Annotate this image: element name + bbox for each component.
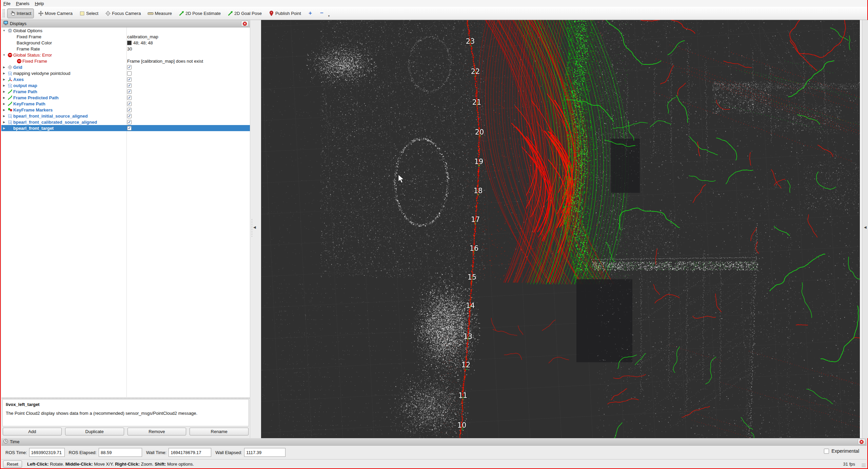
remove-button[interactable]: Remove (127, 428, 186, 435)
row-value-cell: ✓ (127, 119, 250, 125)
chevron-right-icon[interactable]: ▶ (1, 127, 7, 130)
row-label: Global Options (13, 28, 42, 33)
row-value-cell: calibration_map (127, 34, 250, 40)
hand-cursor-icon (10, 11, 16, 16)
chevron-right-icon[interactable]: ▶ (1, 121, 7, 124)
display-row-frame-rate[interactable]: Frame Rate30 (1, 46, 250, 52)
reset-button[interactable]: Reset (3, 461, 22, 468)
menu-item-file[interactable]: File (1, 1, 13, 6)
chevron-right-icon[interactable]: ▶ (1, 72, 7, 75)
remove-tool-button[interactable]: − (317, 8, 327, 19)
displays-tree: ▼Global OptionsFixed Framecalibration_ma… (1, 27, 250, 397)
display-row-bpearl-front-calibrated-source-aligned[interactable]: ▶bpearl_front_calibrated_source_aligned✓ (1, 119, 250, 125)
display-row-fixed-frame[interactable]: Fixed Framecalibration_map (1, 34, 250, 40)
collapse-left-icon[interactable]: ◀ (253, 225, 256, 229)
panel-splitter[interactable]: ◀ (250, 20, 261, 438)
green-arrow-icon (179, 11, 184, 16)
display-row-background-color[interactable]: Background Color48; 48; 48 (1, 40, 250, 46)
display-row-frame-path[interactable]: ▶Frame Path✓ (1, 88, 250, 95)
display-row-keyframe-path[interactable]: ▶KeyFrame Path✓ (1, 101, 250, 107)
displays-panel-header[interactable]: Displays ✕ (1, 20, 250, 27)
display-row-global-options[interactable]: ▼Global Options (1, 27, 250, 34)
time-panel-header[interactable]: Time ✕ (1, 438, 867, 446)
displays-buttons: AddDuplicateRemoveRename (3, 428, 249, 436)
display-row-grid[interactable]: ▶Grid✓ (1, 64, 250, 70)
display-row-bpearl-front-initial-source-aligned[interactable]: ▶bpearl_front_initial_source_aligned✓ (1, 113, 250, 119)
collapse-right-icon[interactable]: ◀ (864, 225, 867, 229)
row-value-text[interactable]: 48; 48; 48 (133, 40, 153, 45)
pointcloud-canvas[interactable] (261, 20, 860, 438)
toolbar-overflow-icon[interactable]: ▾ (328, 14, 330, 18)
time-field-input-1[interactable] (99, 448, 142, 457)
color-swatch[interactable] (127, 41, 132, 45)
time-field-input-3[interactable] (244, 448, 285, 457)
resize-grip[interactable] (862, 463, 866, 467)
rename-button[interactable]: Rename (190, 428, 249, 435)
tool-label: Measure (155, 11, 172, 16)
row-value-text[interactable]: Frame [calibration_map] does not exist (127, 59, 203, 64)
chevron-right-icon[interactable]: ▶ (1, 84, 7, 87)
row-checkbox[interactable]: ✓ (127, 120, 132, 124)
chevron-right-icon[interactable]: ▶ (1, 90, 7, 93)
tool-publish-point[interactable]: Publish Point (266, 8, 304, 18)
3d-viewport[interactable] (261, 20, 860, 438)
row-checkbox[interactable]: ✓ (127, 77, 132, 82)
mouse-help-text: Left-Click: Rotate. Middle-Click: Move X… (27, 462, 194, 467)
splitter-grip[interactable] (251, 219, 253, 238)
display-row-bpearl-front-target[interactable]: ▶bpearl_front_target✓ (1, 125, 250, 131)
pointcloud-icon (7, 71, 13, 76)
tool-select[interactable]: Select (77, 8, 101, 18)
chevron-down-icon[interactable]: ▼ (1, 54, 7, 57)
tool-move-camera[interactable]: Move Camera (35, 8, 75, 18)
toolbar-grip[interactable] (2, 9, 5, 18)
chevron-right-icon[interactable]: ▶ (1, 96, 7, 99)
row-checkbox[interactable]: ✓ (127, 83, 132, 88)
row-value-cell (127, 52, 250, 58)
row-checkbox[interactable]: ✓ (127, 126, 132, 130)
tool-interact[interactable]: Interact (7, 8, 34, 18)
chevron-right-icon[interactable]: ▶ (1, 115, 7, 118)
row-checkbox[interactable]: ✓ (127, 114, 132, 118)
row-checkbox[interactable]: ✓ (127, 96, 132, 100)
menu-item-panels[interactable]: Panels (13, 1, 32, 6)
fps-counter: 31 fps (843, 462, 855, 467)
displays-close-button[interactable]: ✕ (241, 21, 249, 26)
display-row-mapping-velodyne-pointcloud[interactable]: ▶mapping velodyne pointcloud (1, 70, 250, 76)
chevron-right-icon[interactable]: ▶ (1, 108, 7, 111)
row-checkbox[interactable]: ✓ (127, 108, 132, 112)
selection-box-icon (79, 11, 85, 16)
chevron-right-icon[interactable]: ▶ (1, 78, 7, 81)
display-row-keyframe-markers[interactable]: ▶KeyFrame Markers✓ (1, 107, 250, 113)
chevron-down-icon[interactable]: ▼ (1, 29, 7, 32)
time-field-label: ROS Time: (5, 450, 27, 455)
tool-focus-camera[interactable]: Focus Camera (102, 8, 143, 18)
tool-label: 2D Goal Pose (234, 11, 262, 16)
collapsed-views-panel[interactable]: ◀ (862, 20, 868, 438)
row-value-text[interactable]: 30 (127, 46, 132, 52)
chevron-right-icon[interactable]: ▶ (1, 66, 7, 69)
tool-measure[interactable]: Measure (145, 8, 175, 18)
display-row-frame-predicted-path[interactable]: ▶Frame Predicted Path✓ (1, 95, 250, 101)
display-row-axes[interactable]: ▶Axes✓ (1, 76, 250, 82)
add-button[interactable]: Add (3, 428, 62, 435)
time-close-button[interactable]: ✕ (858, 439, 865, 445)
display-row-fixed-frame[interactable]: Fixed FrameFrame [calibration_map] does … (1, 58, 250, 64)
time-field-input-2[interactable] (169, 448, 211, 457)
row-value-text[interactable]: calibration_map (127, 34, 158, 39)
display-row-output-map[interactable]: ▶output map✓ (1, 82, 250, 88)
tool-2d-pose-estimate[interactable]: 2D Pose Estimate (176, 8, 223, 18)
row-name-cell: ▶Frame Path (1, 88, 126, 95)
experimental-checkbox[interactable] (824, 449, 829, 454)
row-checkbox[interactable]: ✓ (127, 89, 132, 94)
row-checkbox[interactable]: ✓ (127, 65, 132, 69)
add-tool-button[interactable]: + (305, 8, 315, 19)
menu-item-help[interactable]: Help (32, 1, 47, 6)
tool-2d-goal-pose[interactable]: 2D Goal Pose (225, 8, 264, 18)
display-row-global-status-error[interactable]: ▼Global Status: Error (1, 52, 250, 58)
help-text-part: Zoom. (140, 462, 155, 467)
row-checkbox[interactable]: ✓ (127, 102, 132, 106)
row-checkbox[interactable] (127, 71, 132, 76)
duplicate-button[interactable]: Duplicate (65, 428, 124, 435)
time-field-input-0[interactable] (29, 448, 65, 457)
chevron-right-icon[interactable]: ▶ (1, 102, 7, 105)
